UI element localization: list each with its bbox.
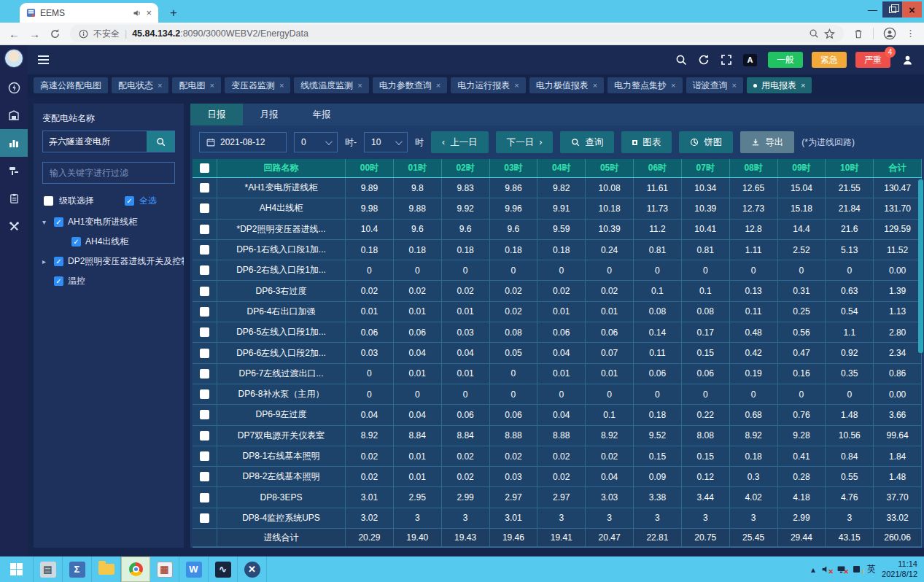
select-all-checkbox[interactable]: ✓	[125, 196, 134, 206]
close-button[interactable]: ×	[902, 1, 922, 18]
taskbar-powershell-icon[interactable]: Σ	[63, 556, 92, 582]
pie-button[interactable]: 饼图	[679, 131, 733, 153]
caret-down-icon[interactable]: ▾	[42, 218, 50, 226]
row-checkbox[interactable]	[200, 287, 209, 296]
close-tab-icon[interactable]: ×	[671, 81, 675, 90]
nav-tab[interactable]: 配电图×	[172, 77, 220, 93]
row-checkbox[interactable]	[200, 327, 209, 337]
info-icon[interactable]	[79, 29, 88, 39]
row-checkbox[interactable]	[200, 451, 209, 461]
tab-close-icon[interactable]: ×	[146, 7, 152, 18]
menu-toggle-icon[interactable]	[38, 55, 49, 64]
url-field[interactable]: 不安全 | 45.84.134.2:8090/3000WEBV2/EnergyD…	[70, 25, 844, 42]
row-checkbox[interactable]	[200, 431, 209, 441]
header-select-checkbox[interactable]	[200, 163, 209, 173]
rail-archive-icon[interactable]	[0, 101, 28, 129]
forward-button[interactable]: →	[29, 28, 40, 40]
bookmark-star-icon[interactable]	[824, 28, 835, 39]
row-checkbox[interactable]	[200, 203, 209, 213]
user-icon[interactable]	[901, 54, 914, 66]
fullscreen-icon[interactable]	[721, 54, 732, 66]
network-error-icon[interactable]: ✕	[836, 564, 846, 574]
tree-checkbox[interactable]: ✓	[54, 276, 63, 286]
avatar[interactable]	[4, 49, 23, 68]
select-all-label[interactable]: 全选	[139, 195, 157, 207]
nav-tab[interactable]: 电力整点集抄×	[607, 77, 682, 93]
station-search-input[interactable]	[43, 131, 147, 152]
alarm-button[interactable]: 一般	[768, 52, 803, 68]
translate-icon[interactable]: A	[743, 54, 757, 66]
row-checkbox[interactable]	[200, 245, 209, 255]
volume-muted-icon[interactable]: ✕	[821, 564, 831, 574]
nav-tab[interactable]: 线缆温度监测×	[294, 77, 368, 93]
row-checkbox[interactable]	[200, 493, 209, 503]
extension-trash-icon[interactable]	[853, 28, 863, 39]
close-tab-icon[interactable]: ×	[732, 81, 737, 90]
row-checkbox[interactable]	[200, 472, 209, 481]
close-tab-icon[interactable]: ×	[279, 81, 284, 90]
tab-audio-icon[interactable]	[133, 9, 141, 18]
alarm-button[interactable]: 紧急	[812, 52, 847, 68]
tray-expand-icon[interactable]: ▴	[811, 564, 815, 575]
rail-gavel-icon[interactable]	[0, 157, 28, 185]
close-tab-icon[interactable]: ×	[209, 81, 214, 90]
nav-tab[interactable]: 电力极值报表×	[529, 77, 604, 93]
search-icon[interactable]	[675, 54, 687, 66]
taskbar-chrome-icon[interactable]	[121, 556, 150, 582]
restore-button[interactable]	[882, 1, 902, 18]
browser-tab[interactable]: EEMS ×	[20, 3, 158, 23]
tree-item[interactable]: ▸✓DP2照明变压器进线开关及控制室	[42, 255, 175, 268]
export-button[interactable]: 导出	[740, 131, 794, 153]
report-tab-日报[interactable]: 日报	[190, 104, 243, 125]
keyword-filter-input[interactable]	[42, 162, 175, 184]
taskbar-settings-icon[interactable]: ✕	[238, 556, 267, 582]
next-day-button[interactable]: 下一日›	[496, 131, 554, 153]
back-button[interactable]: ←	[9, 28, 20, 40]
taskbar-file-explorer-icon[interactable]	[92, 556, 121, 582]
table-scrollbar[interactable]	[918, 179, 923, 353]
row-checkbox[interactable]	[200, 369, 209, 379]
taskbar-plot-tool-icon[interactable]: ∿	[209, 556, 238, 582]
row-checkbox[interactable]	[200, 389, 209, 399]
caret-right-icon[interactable]: ▸	[42, 257, 50, 265]
row-checkbox[interactable]	[200, 410, 209, 419]
tree-item[interactable]: ✓温控	[42, 275, 175, 287]
taskbar-wps-icon[interactable]: W	[179, 556, 209, 582]
tree-checkbox[interactable]: ✓	[54, 217, 63, 227]
profile-icon[interactable]	[883, 27, 896, 40]
row-checkbox[interactable]	[200, 349, 209, 358]
start-button[interactable]	[0, 556, 34, 582]
query-button[interactable]: 查询	[560, 131, 614, 153]
refresh-icon[interactable]	[698, 54, 710, 66]
hour-to-select[interactable]: 10	[364, 132, 408, 152]
reload-button[interactable]	[50, 28, 61, 39]
nav-tab[interactable]: 电力运行报表×	[451, 77, 525, 93]
taskbar-app-window-icon[interactable]: ▦	[150, 556, 179, 582]
update-warning-icon[interactable]: !	[852, 564, 861, 574]
nav-tab[interactable]: 高速公路配电图	[34, 77, 108, 93]
new-tab-button[interactable]: +	[170, 7, 177, 19]
prev-day-button[interactable]: ‹上一日	[431, 131, 489, 153]
tree-checkbox[interactable]: ✓	[54, 257, 63, 266]
tree-item[interactable]: ▾✓AH1变电所进线柜	[42, 216, 175, 228]
report-tab-月报[interactable]: 月报	[243, 104, 295, 125]
rail-report-icon[interactable]	[0, 129, 28, 157]
hour-from-select[interactable]: 0	[294, 132, 338, 152]
nav-tab[interactable]: 谐波查询×	[686, 77, 743, 93]
rail-power-icon[interactable]	[0, 74, 28, 101]
taskbar-server-manager-icon[interactable]: ▤	[34, 556, 63, 582]
cascade-checkbox[interactable]	[44, 196, 53, 206]
date-picker[interactable]: 2021-08-12	[199, 132, 287, 152]
zoom-icon[interactable]	[809, 28, 819, 39]
browser-menu-icon[interactable]: ⋮	[906, 32, 915, 35]
close-tab-icon[interactable]: ×	[158, 81, 162, 90]
close-tab-icon[interactable]: ×	[514, 81, 519, 90]
tree-item[interactable]: ✓AH4出线柜	[42, 236, 175, 248]
row-checkbox[interactable]	[200, 265, 209, 275]
tree-checkbox[interactable]: ✓	[71, 237, 81, 247]
nav-tab[interactable]: 用电报表×	[747, 77, 812, 93]
nav-tab[interactable]: 变压器监测×	[225, 77, 290, 93]
rail-tools-icon[interactable]	[0, 212, 28, 240]
nav-tab[interactable]: 配电状态×	[112, 77, 168, 93]
report-tab-年报[interactable]: 年报	[295, 104, 348, 125]
